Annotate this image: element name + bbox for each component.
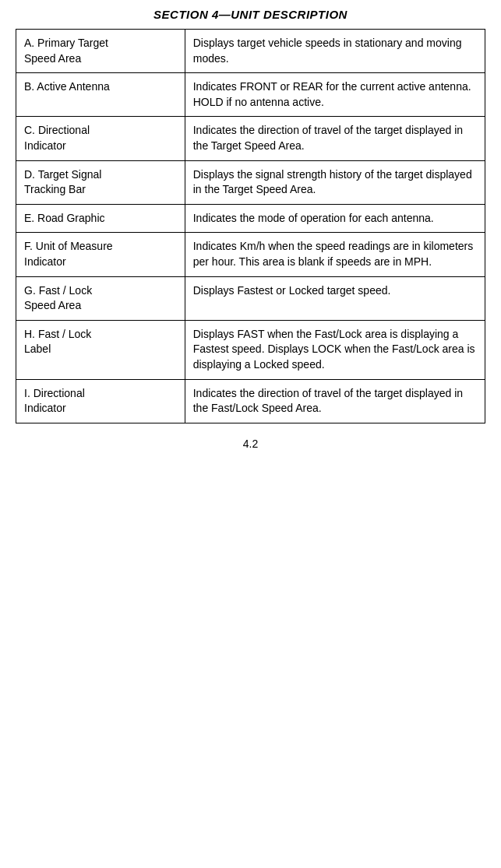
row-description: Indicates FRONT or REAR for the current … bbox=[185, 73, 485, 117]
description-table: A. Primary Target Speed AreaDisplays tar… bbox=[16, 29, 485, 423]
row-label: A. Primary Target Speed Area bbox=[16, 30, 185, 73]
table-row: D. Target Signal Tracking BarDisplays th… bbox=[16, 160, 485, 204]
row-description: Indicates the direction of travel of the… bbox=[185, 117, 485, 160]
table-row: E. Road GraphicIndicates the mode of ope… bbox=[16, 204, 485, 233]
row-description: Indicates Km/h when the speed readings a… bbox=[185, 233, 485, 276]
table-row: I. Directional IndicatorIndicates the di… bbox=[16, 379, 485, 423]
row-description: Displays target vehicle speeds in statio… bbox=[185, 30, 485, 73]
row-label: E. Road Graphic bbox=[16, 204, 185, 233]
row-label: C. Directional Indicator bbox=[16, 117, 185, 160]
page-title: SECTION 4—UNIT DESCRIPTION bbox=[153, 8, 348, 21]
row-description: Displays FAST when the Fast/Lock area is… bbox=[185, 320, 485, 379]
row-description: Indicates the direction of travel of the… bbox=[185, 379, 485, 423]
table-row: H. Fast / Lock LabelDisplays FAST when t… bbox=[16, 320, 485, 379]
table-row: F. Unit of Measure IndicatorIndicates Km… bbox=[16, 233, 485, 276]
row-label: D. Target Signal Tracking Bar bbox=[16, 160, 185, 204]
row-label: B. Active Antenna bbox=[16, 73, 185, 117]
row-label: H. Fast / Lock Label bbox=[16, 320, 185, 379]
table-row: C. Directional IndicatorIndicates the di… bbox=[16, 117, 485, 160]
row-label: G. Fast / Lock Speed Area bbox=[16, 276, 185, 320]
table-row: A. Primary Target Speed AreaDisplays tar… bbox=[16, 30, 485, 73]
row-description: Indicates the mode of operation for each… bbox=[185, 204, 485, 233]
row-label: I. Directional Indicator bbox=[16, 379, 185, 423]
row-description: Displays the signal strength history of … bbox=[185, 160, 485, 204]
table-row: G. Fast / Lock Speed AreaDisplays Fastes… bbox=[16, 276, 485, 320]
row-description: Displays Fastest or Locked target speed. bbox=[185, 276, 485, 320]
page-number: 4.2 bbox=[243, 438, 258, 450]
row-label: F. Unit of Measure Indicator bbox=[16, 233, 185, 276]
table-row: B. Active AntennaIndicates FRONT or REAR… bbox=[16, 73, 485, 117]
